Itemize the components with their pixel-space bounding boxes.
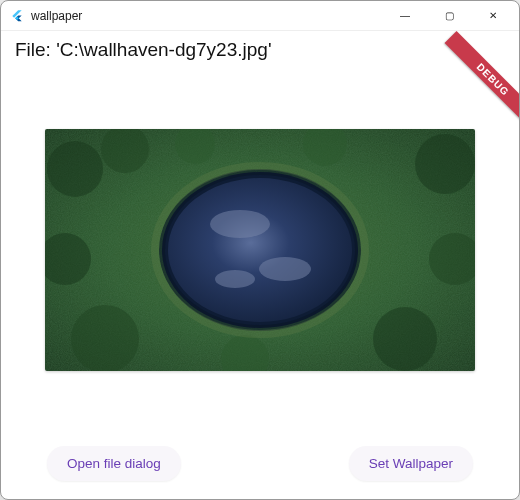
- content-area: DEBUG File: 'C:\wallhaven-dg7y23.jpg': [1, 31, 519, 499]
- svg-point-14: [210, 210, 270, 238]
- open-file-dialog-button[interactable]: Open file dialog: [47, 446, 181, 481]
- svg-point-2: [47, 141, 103, 197]
- preview-container: [15, 67, 505, 432]
- maximize-button[interactable]: ▢: [427, 2, 471, 30]
- app-window: wallpaper — ▢ ✕ DEBUG File: 'C:\wallhave…: [0, 0, 520, 500]
- file-path-label: File: 'C:\wallhaven-dg7y23.jpg': [15, 39, 505, 61]
- set-wallpaper-button[interactable]: Set Wallpaper: [349, 446, 473, 481]
- action-row: Open file dialog Set Wallpaper: [15, 432, 505, 481]
- svg-point-4: [415, 134, 475, 194]
- svg-point-6: [71, 305, 139, 371]
- wallpaper-preview: [45, 129, 475, 371]
- minimize-button[interactable]: —: [383, 2, 427, 30]
- flutter-icon: [9, 8, 25, 24]
- window-title: wallpaper: [31, 9, 383, 23]
- window-controls: — ▢ ✕: [383, 2, 515, 30]
- svg-point-5: [373, 307, 437, 371]
- titlebar: wallpaper — ▢ ✕: [1, 1, 519, 31]
- svg-point-15: [259, 257, 311, 281]
- svg-point-16: [215, 270, 255, 288]
- close-button[interactable]: ✕: [471, 2, 515, 30]
- svg-point-13: [168, 178, 352, 322]
